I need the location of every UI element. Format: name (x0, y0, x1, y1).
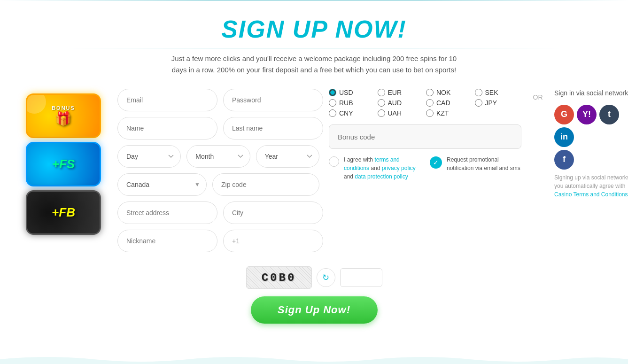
currency-kzt[interactable]: KZT (426, 109, 473, 117)
bonus-card-2: +FS ✦ ✦ ✦ ✦ ✦ ✦ ✦ ✦ ✦ ✦ (26, 142, 101, 186)
or-divider: OR (533, 93, 543, 101)
currency-nok[interactable]: NOK (426, 89, 473, 96)
phone-field[interactable] (223, 230, 323, 252)
country-zip-row: Canada USA ▼ (117, 173, 319, 196)
currency-eur[interactable]: EUR (378, 89, 425, 96)
header-divider (63, 48, 566, 48)
city-field[interactable] (223, 201, 323, 224)
bonus-card-3: +FB ✦ ✦ ✦ ✦ ✦ ✦ ✦ ✦ ✦ ✦ (26, 190, 101, 235)
nickname-phone-row (117, 230, 319, 252)
currency-aud[interactable]: AUD (378, 99, 425, 107)
captcha-input[interactable] (340, 268, 382, 287)
promo-agreement: ✓ Request promotional notification via e… (430, 155, 521, 181)
captcha-image: C0B0 (246, 266, 312, 289)
month-select[interactable]: Month JanuaryFebruary (186, 145, 250, 168)
linkedin-icon[interactable]: in (554, 127, 574, 147)
captcha-row: C0B0 ↻ (246, 266, 382, 289)
facebook-icon[interactable]: f (554, 150, 574, 170)
subtitle: Just a few more clicks and you'll receiv… (150, 53, 479, 76)
terms-agreement: I agree with terms and conditions and pr… (329, 155, 420, 181)
lastname-field[interactable] (223, 117, 323, 139)
terms-checkbox[interactable] (329, 156, 339, 167)
social-note: Signing up via social networks you autom… (554, 173, 628, 199)
social-title: Sign in via social networks: (554, 89, 628, 98)
name-row (117, 117, 319, 139)
password-field[interactable] (223, 89, 323, 111)
currency-cny[interactable]: CNY (329, 109, 376, 117)
dob-row: Day 123 Month JanuaryFebruary Year 20001… (117, 145, 319, 168)
email-field[interactable] (117, 89, 217, 111)
data-protection-link[interactable]: data protection policy (355, 173, 408, 180)
country-select[interactable]: Canada USA (117, 173, 207, 196)
terms-text: I agree with terms and conditions and pr… (344, 155, 420, 181)
currency-grid: USD EUR NOK SEK RUB (329, 89, 521, 117)
email-password-row (117, 89, 319, 111)
name-field[interactable] (117, 117, 217, 139)
bonus-card-1: BONUS 🎁 ✦ ✦ ✦ ✦ ✦ ✦ ✦ ✦ ✦ ✦ (26, 93, 101, 138)
tumblr-icon[interactable]: t (599, 105, 619, 124)
bonus-code-field[interactable] (329, 124, 521, 149)
currency-jpy[interactable]: JPY (475, 99, 522, 107)
year-select[interactable]: Year 20001999 (256, 145, 319, 168)
currency-uah[interactable]: UAH (378, 109, 425, 117)
currency-sek[interactable]: SEK (475, 89, 522, 96)
nickname-field[interactable] (117, 230, 217, 252)
privacy-link[interactable]: privacy policy (382, 165, 416, 171)
page-title: SIGN UP NOW! (0, 15, 628, 43)
social-icons-row: G Y! t in (554, 105, 628, 147)
casino-terms-link[interactable]: Casino Terms and Conditions (554, 191, 628, 198)
yahoo-icon[interactable]: Y! (577, 105, 597, 124)
country-wrap: Canada USA ▼ (117, 173, 207, 196)
currency-area: USD EUR NOK SEK RUB (329, 89, 521, 181)
zipcode-field[interactable] (212, 173, 319, 196)
street-field[interactable] (117, 201, 217, 224)
agreement-row: I agree with terms and conditions and pr… (329, 155, 521, 181)
page-container: SIGN UP NOW! Just a few more clicks and … (0, 0, 628, 364)
promo-text: Request promotional notification via ema… (447, 155, 521, 172)
signup-button[interactable]: Sign Up Now! (251, 296, 378, 324)
left-illustration: BONUS 🎁 ✦ ✦ ✦ ✦ ✦ ✦ ✦ ✦ ✦ ✦ +FS ✦ ✦ ✦ ✦ … (19, 89, 108, 235)
currency-rub[interactable]: RUB (329, 99, 376, 107)
title-section: SIGN UP NOW! (0, 1, 628, 48)
social-icons-row-2: f (554, 150, 628, 170)
registration-form: Day 123 Month JanuaryFebruary Year 20001… (117, 89, 319, 252)
bottom-section: C0B0 ↻ Sign Up Now! (0, 262, 628, 333)
currency-usd[interactable]: USD (329, 89, 376, 96)
currency-cad[interactable]: CAD (426, 99, 473, 107)
promo-checkbox[interactable]: ✓ (430, 156, 442, 169)
captcha-refresh-button[interactable]: ↻ (317, 268, 335, 287)
social-area: Sign in via social networks: G Y! t in f… (554, 89, 628, 199)
wave-footer (0, 355, 628, 364)
address-row (117, 201, 319, 224)
main-content: BONUS 🎁 ✦ ✦ ✦ ✦ ✦ ✦ ✦ ✦ ✦ ✦ +FS ✦ ✦ ✦ ✦ … (0, 79, 628, 262)
google-icon[interactable]: G (554, 105, 574, 124)
day-select[interactable]: Day 123 (117, 145, 181, 168)
